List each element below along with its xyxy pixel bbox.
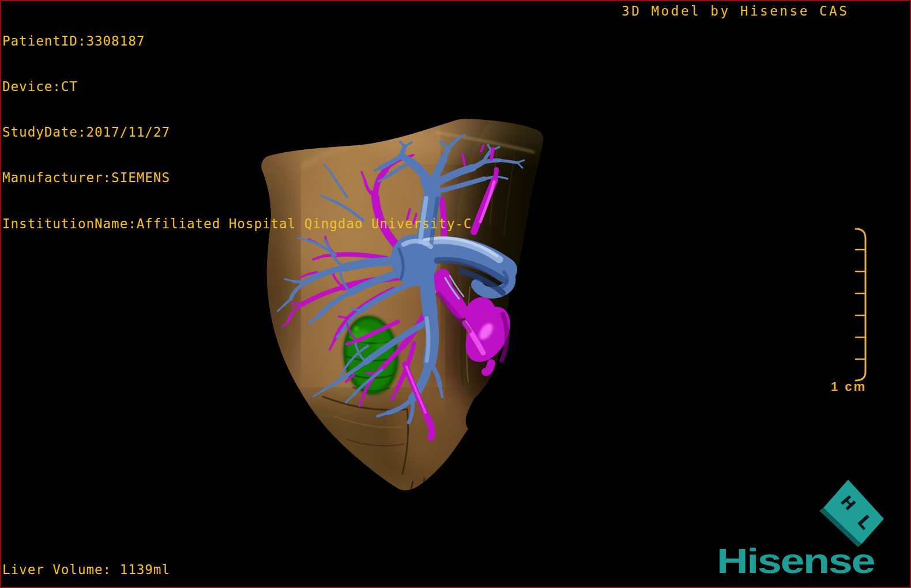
hisense-wordmark: Hisense [717,543,874,579]
watermark-title: 3D Model by Hisense CAS [622,3,849,18]
hisense-logo-cube: H L [819,480,884,547]
study-date-line: StudyDate:2017/11/27 [2,125,472,140]
scale-bar [856,229,865,380]
liver-volume-label: Liver Volume: 1139ml [2,562,170,577]
institution-line: InstitutionName:Affiliated Hospital Qing… [2,216,472,231]
device-line: Device:CT [2,79,472,94]
patient-info-block: PatientID:3308187 Device:CT StudyDate:20… [2,3,472,262]
scale-bar-label: 1 cm [831,379,867,394]
manufacturer-line: Manufacturer:SIEMENS [2,170,472,185]
viewer-window: H L PatientID:3308187 Device:CT StudyDat… [0,0,911,588]
patient-id-line: PatientID:3308187 [2,33,472,48]
